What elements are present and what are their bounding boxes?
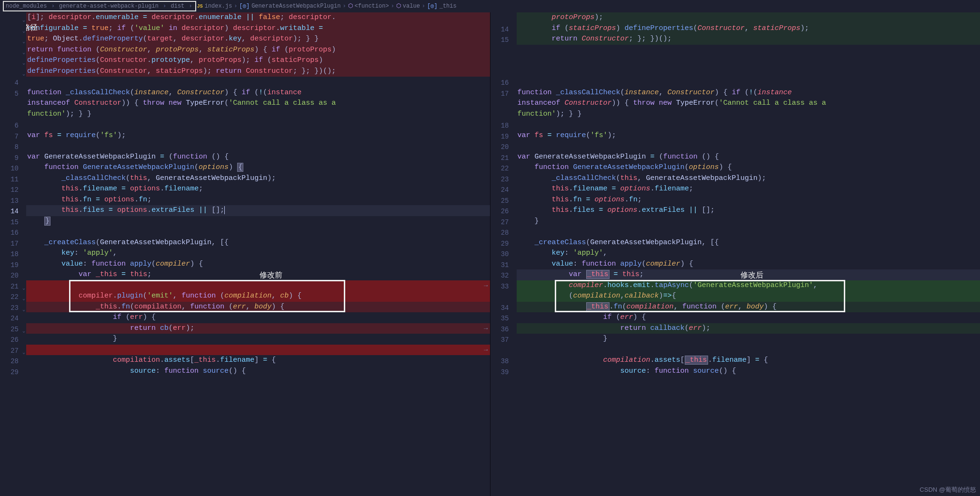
code-line[interactable]: if (err) { [517,312,980,323]
code-line[interactable]: var _this = this; [517,269,980,280]
gutter-line-number[interactable]: 21⌄ [0,281,26,292]
code-line[interactable]: } [26,216,490,227]
code-line[interactable] [26,227,490,238]
diff-arrow-icon[interactable]: → [484,345,488,356]
gutter-line-number[interactable]: 11 [0,174,26,185]
gutter-line-number[interactable]: ⌄ [0,24,26,35]
code-line[interactable]: var GenerateAssetWebpackPlugin = (functi… [517,152,980,163]
code-line[interactable] [517,345,980,356]
code-line[interactable] [26,119,490,130]
code-line[interactable]: compiler.plugin('emit', function (compil… [26,291,490,302]
fold-icon[interactable]: ⌄ [20,305,25,309]
code-line[interactable]: true; Object.defineProperty(target, desc… [26,34,490,45]
code-line[interactable]: configurable = true; if ('value' in desc… [26,23,490,34]
gutter-line-number[interactable]: 15 [490,35,517,46]
line-gutter-left[interactable]: ⌄⌄⌄⌄⌄⌄456789101112131415161718192021⌄22⌄… [0,12,26,496]
fold-icon[interactable]: ⌄ [20,15,25,20]
breadcrumb-item[interactable]: dist [170,2,184,10]
fold-icon[interactable]: ⌄ [20,283,25,288]
gutter-line-number[interactable] [490,56,517,67]
code-line[interactable]: function'); } } [517,109,980,120]
gutter-line-number[interactable]: 22 [490,163,517,174]
gutter-line-number[interactable]: 25 [490,196,517,207]
code-line[interactable]: } [517,334,980,345]
code-line[interactable]: return Constructor; }; })();+ [517,34,980,45]
gutter-line-number[interactable]: 35 [490,313,517,324]
gutter-line-number[interactable]: 18 [0,249,26,260]
gutter-line-number[interactable]: 19 [0,260,26,271]
gutter-line-number[interactable]: 14 [0,206,26,217]
fold-icon[interactable]: ⌄ [20,37,25,41]
fold-icon[interactable]: ⌄ [20,326,25,331]
code-line[interactable]: → [26,345,490,356]
code-line[interactable]: function'); } } [26,109,490,120]
code-line[interactable]: _this.fn(compilation, function (err, bod… [517,302,980,313]
gutter-line-number[interactable]: 30 [490,249,517,260]
code-line[interactable] [517,77,980,88]
gutter-line-number[interactable]: 24 [0,313,26,324]
gutter-line-number[interactable]: 4 [0,78,26,89]
code-line[interactable]: function _classCallCheck(instance, Const… [26,88,490,99]
code-line[interactable]: _classCallCheck(this, GenerateAssetWebpa… [517,173,980,184]
gutter-line-number[interactable]: 34 [490,303,517,314]
code-line[interactable]: _createClass(GenerateAssetWebpackPlugin,… [26,238,490,248]
code-line[interactable]: compiler.hooks.emit.tapAsync('GenerateAs… [517,280,980,291]
code-line[interactable]: this.filename = options.filename; [26,184,490,195]
code-line[interactable] [517,119,980,130]
gutter-line-number[interactable] [490,13,517,24]
code-line[interactable] [26,141,490,152]
code-line[interactable]: this.files = options.extraFiles || []; [26,205,490,216]
gutter-line-number[interactable]: 16 [0,228,26,238]
code-line[interactable]: function GenerateAssetWebpackPlugin(opti… [517,162,980,173]
code-line[interactable]: this.filename = options.filename; [517,184,980,195]
code-line[interactable]: protoProps);+ [517,12,980,23]
code-line[interactable]: return function (Constructor, protoProps… [26,45,490,56]
fold-icon[interactable]: ⌄ [20,294,25,298]
gutter-line-number[interactable] [490,46,517,57]
code-line[interactable]: → [26,280,490,291]
code-line[interactable]: function GenerateAssetWebpackPlugin(opti… [26,162,490,173]
code-line[interactable]: _classCallCheck(this, GenerateAssetWebpa… [26,173,490,184]
gutter-line-number[interactable]: 9 [0,153,26,164]
code-line[interactable]: this.fn = options.fn; [517,195,980,206]
breadcrumb-symbol[interactable]: ⬡ <function> [348,2,389,10]
gutter-line-number[interactable]: 18 [490,120,517,131]
gutter-line-number[interactable]: 38 [490,356,517,367]
code-line[interactable]: source: function source() { [517,366,980,377]
gutter-line-number[interactable]: 12 [0,185,26,196]
gutter-line-number[interactable]: ⌄ [0,13,26,24]
gutter-line-number[interactable]: 37 [490,335,517,346]
code-line[interactable]: key: 'apply', [517,248,980,259]
fold-icon[interactable]: ⌄ [20,48,25,52]
code-line[interactable]: return cb(err);→ [26,323,490,334]
code-line[interactable]: if (staticProps) defineProperties(Constr… [517,23,980,34]
gutter-line-number[interactable]: 23⌄ [0,303,26,314]
gutter-line-number[interactable] [490,346,517,357]
code-line[interactable]: function _classCallCheck(instance, Const… [517,88,980,99]
gutter-line-number[interactable] [490,67,517,78]
code-line[interactable] [517,55,980,66]
code-line[interactable]: this.files = options.extraFiles || []; [517,205,980,216]
breadcrumb-item[interactable]: node_modules [6,2,47,10]
gutter-line-number[interactable]: 29 [0,367,26,378]
gutter-line-number[interactable]: 24 [490,185,517,196]
gutter-line-number[interactable]: 28 [0,356,26,367]
gutter-line-number[interactable]: 31 [490,260,517,271]
code-line[interactable]: this.fn = options.fn; [26,195,490,206]
gutter-line-number[interactable]: 19 [490,131,517,142]
gutter-line-number[interactable]: ⌄ [0,46,26,57]
code-line[interactable]: instanceof Constructor)) { throw new Typ… [26,98,490,109]
fold-icon[interactable]: ⌄ [20,69,25,74]
code-area-right[interactable]: 修改后 protoProps);+ if (staticProps) defin… [517,12,980,496]
gutter-line-number[interactable]: ⌄ [0,35,26,46]
code-line[interactable]: var fs = require('fs'); [517,130,980,141]
code-line[interactable]: compilation.assets[_this.filename] = { [26,355,490,366]
gutter-line-number[interactable]: 17 [490,89,517,99]
code-line[interactable] [517,141,980,152]
gutter-line-number[interactable] [490,99,517,110]
fold-icon[interactable]: ⌄ [20,58,25,63]
gutter-line-number[interactable]: 32 [490,270,517,281]
gutter-line-number[interactable] [0,99,26,110]
gutter-line-number[interactable]: 6 [0,120,26,131]
code-line[interactable]: var GenerateAssetWebpackPlugin = (functi… [26,152,490,163]
